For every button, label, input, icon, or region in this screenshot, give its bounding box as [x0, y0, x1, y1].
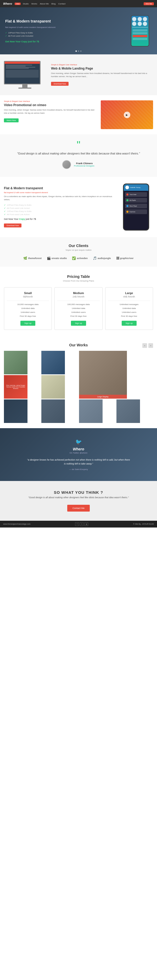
envato-icon: 🎬	[47, 256, 51, 260]
flat-phone-dot-4	[127, 211, 128, 213]
video-section: Simple & Elegant User Interface Video Pr…	[0, 95, 157, 134]
footer-facebook-icon[interactable]: f	[75, 522, 79, 526]
phone-avatar-1	[132, 17, 136, 21]
work-item-7[interactable]	[79, 399, 103, 423]
video-body: One morning, when Gregor Samsa woke from…	[4, 108, 97, 115]
hero-subtitle: flat inspired UI with some modern transp…	[5, 26, 126, 29]
pricing-signup-medium[interactable]: Sign up	[71, 321, 86, 326]
flat-phone: Isabelle Young Track Order My Playlist M…	[123, 183, 149, 231]
video-thumbnail[interactable]: ▶	[101, 100, 153, 129]
client-envato: 🎬 envato studio	[47, 256, 67, 260]
pricing-signup-small[interactable]: Sign up	[21, 321, 35, 326]
web-mobile-download-button[interactable]: Download Now	[51, 82, 69, 86]
phone-divider	[132, 27, 148, 28]
footer-twitter-icon[interactable]: t	[80, 522, 83, 526]
twitter-icon: 🐦	[8, 439, 149, 445]
hero-phone	[131, 15, 152, 46]
pricing-divider-2	[57, 301, 99, 301]
quote-mark: "	[10, 142, 147, 148]
flat-feature-1: ✓ 10Pixel Files Easy to Edits	[4, 204, 114, 206]
phone-screen	[131, 16, 149, 46]
work-image-1	[4, 351, 27, 374]
flat-phone-dot-1	[127, 193, 128, 196]
phone-avatar-6	[143, 22, 147, 26]
work-image-3: One morning, using Gregor Samsa woke fro…	[4, 375, 27, 399]
flat-subtitle: flat inspired UI with some modern transp…	[4, 192, 114, 193]
works-next-button[interactable]: ›	[148, 343, 153, 348]
nav-link-studio[interactable]: Studio	[23, 3, 29, 5]
video-btn[interactable]: Watch Now	[4, 118, 19, 123]
pricing-feature-medium-3: Unlimited users	[57, 311, 99, 314]
client-themeforest: 🌿 themeforest	[23, 256, 42, 260]
footer-credit: © Site By - AYOUR ELKE	[133, 523, 154, 525]
flat-download-button[interactable]: Download Now	[4, 223, 21, 228]
nav-link-contact[interactable]: Contact	[58, 3, 66, 5]
nav-link-about[interactable]: About Me	[40, 3, 49, 5]
flat-phone-item-1: Track Order	[125, 192, 147, 197]
work-item-2[interactable]	[41, 351, 65, 374]
hero-dot-2[interactable]	[78, 51, 79, 52]
contact-button[interactable]: Contact Me	[67, 505, 90, 512]
work-image-large	[79, 351, 127, 399]
flat-cta-text: Get Now Your Copy just for 7$	[4, 218, 114, 220]
feedback-section: SO WHAT YOU THINK ? "Good design is all …	[0, 481, 157, 521]
graphicriver-icon: 🖼	[116, 256, 119, 260]
twitter-logo: Whero	[8, 447, 149, 451]
check-icon-1: ✓	[5, 32, 7, 34]
web-mobile-tag: Simple & Elegant User Interface	[51, 64, 153, 65]
footer: www.themeajanchriancolage.com f t g © Si…	[0, 521, 157, 528]
pricing-signup-large[interactable]: Sign up	[122, 321, 136, 326]
work-item-8[interactable]	[117, 399, 140, 423]
quote-author-name: Frank Chimero	[74, 162, 95, 165]
pricing-card-small: Small 5$/Month 10,000 messages data Unli…	[4, 287, 52, 330]
work-item-4[interactable]	[41, 375, 65, 399]
flat-phone-item-4: Expenses	[125, 209, 147, 214]
hire-me-button[interactable]: Hire Me	[144, 2, 154, 5]
hero-features: ✓ 10Pixel Files Easy to Edits ✓ All Font…	[5, 32, 126, 37]
hero-cta: Get Now Your Copy just for 7$	[5, 40, 126, 43]
work-image-6	[41, 399, 65, 423]
work-image-8	[117, 399, 140, 423]
works-prev-button[interactable]: ‹	[143, 343, 147, 348]
video-tag: Simple & Elegant User Interface	[4, 100, 97, 102]
hero-text: Flat & Modern transparent flat inspired …	[5, 19, 126, 43]
pricing-feature-medium-4: First 30 days free	[57, 315, 99, 318]
work-item-1[interactable]	[4, 351, 27, 374]
pricing-title: Pricing Table	[4, 274, 153, 278]
nav-badge: new	[14, 3, 21, 5]
pricing-name-large: Large	[108, 291, 150, 294]
pricing-card-medium: Medium 24$ /Month 100,000 messages data …	[54, 287, 102, 330]
flat-feature-3: ✓ 10Pixel Files Easy to Edits	[4, 210, 114, 213]
hero-dots	[75, 51, 82, 52]
twitter-quote: "a designer knows he has achieved perfec…	[26, 458, 131, 466]
video-text: Simple & Elegant User Interface Video Pr…	[4, 100, 97, 123]
phone-avatar-5	[138, 22, 142, 26]
flat-phone-dot-3	[127, 205, 128, 207]
pricing-feature-small-4: First 30 days free	[7, 315, 49, 318]
work-item-large[interactable]: Large Display	[79, 351, 127, 399]
quote-author-info: Frank Chimero Professional Designer.	[74, 162, 95, 167]
flat-phone-item-2: My Playlist	[125, 198, 147, 203]
hero-dot-3[interactable]	[80, 51, 82, 52]
monitor-content	[5, 64, 40, 79]
monitor-mockup	[4, 61, 46, 89]
nav-link-blog[interactable]: Blog	[51, 3, 56, 5]
pricing-subtitle: Choose From Our Amazing Plans	[4, 280, 153, 282]
phone-line-4	[133, 38, 147, 40]
phone-avatar-3	[143, 17, 147, 21]
work-item-5[interactable]	[4, 399, 27, 423]
work-item-6[interactable]	[41, 399, 65, 423]
flat-check-2: ✓	[4, 207, 6, 209]
pricing-feature-small-3: Unlimited users	[7, 311, 49, 314]
work-item-3[interactable]: One morning, using Gregor Samsa woke fro…	[4, 375, 27, 399]
pricing-feature-large-3: Unlimited users	[108, 311, 150, 314]
hero-title: Flat & Modern transparent	[5, 19, 126, 24]
web-mobile-body: One morning, when Gregor Samsa woke from…	[51, 72, 153, 78]
hero-dot-1[interactable]	[75, 51, 77, 52]
flat-check-3: ✓	[4, 210, 6, 213]
works-section: Our Works ‹ › Large Display One morning,…	[0, 338, 157, 428]
monitor-image	[6, 70, 39, 78]
quote-avatar	[62, 160, 71, 169]
footer-google-icon[interactable]: g	[85, 522, 88, 526]
nav-link-works[interactable]: Works	[31, 3, 37, 5]
